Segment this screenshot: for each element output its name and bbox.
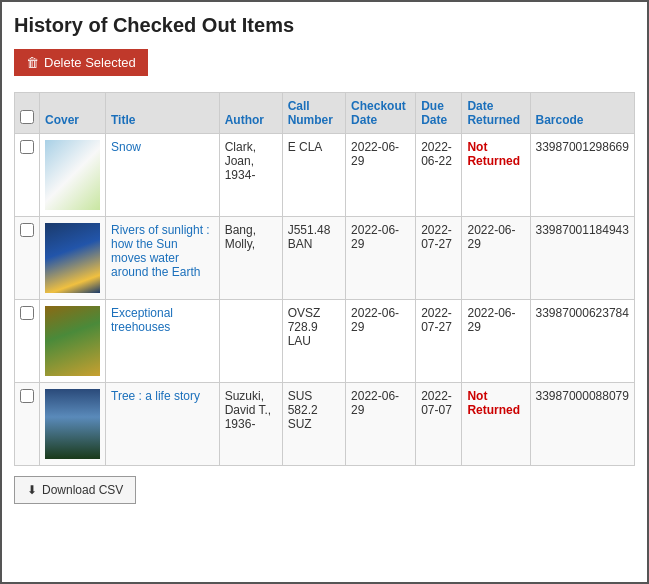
table-row: SnowClark, Joan, 1934-E CLA2022-06-29202… bbox=[15, 134, 635, 217]
checkout-date-cell: 2022-06-29 bbox=[346, 383, 416, 466]
col-title: Title bbox=[106, 93, 220, 134]
row-checkbox[interactable] bbox=[20, 306, 34, 320]
call-number-cell: SUS 582.2 SUZ bbox=[282, 383, 345, 466]
table-row: Tree : a life storySuzuki, David T., 193… bbox=[15, 383, 635, 466]
book-cover bbox=[45, 306, 100, 376]
not-returned-label: Not Returned bbox=[467, 389, 520, 417]
cover-cell bbox=[40, 300, 106, 383]
row-checkbox[interactable] bbox=[20, 223, 34, 237]
cover-cell bbox=[40, 134, 106, 217]
table-row: Rivers of sunlight : how the Sun moves w… bbox=[15, 217, 635, 300]
title-cell: Tree : a life story bbox=[106, 383, 220, 466]
cover-cell bbox=[40, 217, 106, 300]
cover-cell bbox=[40, 383, 106, 466]
page-wrapper: History of Checked Out Items 🗑 Delete Se… bbox=[0, 0, 649, 584]
trash-icon: 🗑 bbox=[26, 55, 39, 70]
col-barcode: Barcode bbox=[530, 93, 634, 134]
author-cell bbox=[219, 300, 282, 383]
date-returned-cell: Not Returned bbox=[462, 383, 530, 466]
date-returned-cell: 2022-06-29 bbox=[462, 217, 530, 300]
book-cover bbox=[45, 389, 100, 459]
checkout-date-cell: 2022-06-29 bbox=[346, 217, 416, 300]
barcode-cell: 33987001298669 bbox=[530, 134, 634, 217]
download-icon: ⬇ bbox=[27, 483, 37, 497]
title-cell: Snow bbox=[106, 134, 220, 217]
author-cell: Suzuki, David T., 1936- bbox=[219, 383, 282, 466]
page-title: History of Checked Out Items bbox=[14, 14, 635, 37]
title-link[interactable]: Tree : a life story bbox=[111, 389, 200, 403]
download-csv-button[interactable]: ⬇ Download CSV bbox=[14, 476, 136, 504]
col-author: Author bbox=[219, 93, 282, 134]
title-link[interactable]: Rivers of sunlight : how the Sun moves w… bbox=[111, 223, 210, 279]
download-csv-label: Download CSV bbox=[42, 483, 123, 497]
due-date-cell: 2022-07-07 bbox=[416, 383, 462, 466]
due-date-cell: 2022-06-22 bbox=[416, 134, 462, 217]
row-checkbox-cell bbox=[15, 300, 40, 383]
barcode-cell: 33987000088079 bbox=[530, 383, 634, 466]
author-cell: Clark, Joan, 1934- bbox=[219, 134, 282, 217]
call-number-cell: OVSZ 728.9 LAU bbox=[282, 300, 345, 383]
not-returned-label: Not Returned bbox=[467, 140, 520, 168]
barcode-cell: 33987001184943 bbox=[530, 217, 634, 300]
checkout-date-cell: 2022-06-29 bbox=[346, 134, 416, 217]
checkout-date-cell: 2022-06-29 bbox=[346, 300, 416, 383]
col-call-number: Call Number bbox=[282, 93, 345, 134]
date-returned-cell: Not Returned bbox=[462, 134, 530, 217]
row-checkbox[interactable] bbox=[20, 389, 34, 403]
barcode-cell: 33987000623784 bbox=[530, 300, 634, 383]
select-all-header bbox=[15, 93, 40, 134]
book-cover bbox=[45, 223, 100, 293]
due-date-cell: 2022-07-27 bbox=[416, 217, 462, 300]
table-row: Exceptional treehousesOVSZ 728.9 LAU2022… bbox=[15, 300, 635, 383]
author-cell: Bang, Molly, bbox=[219, 217, 282, 300]
title-cell: Rivers of sunlight : how the Sun moves w… bbox=[106, 217, 220, 300]
book-cover bbox=[45, 140, 100, 210]
row-checkbox[interactable] bbox=[20, 140, 34, 154]
checkout-history-table: Cover Title Author Call Number Checkout … bbox=[14, 92, 635, 466]
title-cell: Exceptional treehouses bbox=[106, 300, 220, 383]
call-number-cell: E CLA bbox=[282, 134, 345, 217]
delete-selected-button[interactable]: 🗑 Delete Selected bbox=[14, 49, 148, 76]
title-link[interactable]: Snow bbox=[111, 140, 141, 154]
col-checkout-date: Checkout Date bbox=[346, 93, 416, 134]
date-returned-cell: 2022-06-29 bbox=[462, 300, 530, 383]
col-cover: Cover bbox=[40, 93, 106, 134]
row-checkbox-cell bbox=[15, 217, 40, 300]
row-checkbox-cell bbox=[15, 383, 40, 466]
call-number-cell: J551.48 BAN bbox=[282, 217, 345, 300]
col-due-date: Due Date bbox=[416, 93, 462, 134]
delete-button-label: Delete Selected bbox=[44, 55, 136, 70]
title-link[interactable]: Exceptional treehouses bbox=[111, 306, 173, 334]
due-date-cell: 2022-07-27 bbox=[416, 300, 462, 383]
col-date-returned: Date Returned bbox=[462, 93, 530, 134]
select-all-checkbox[interactable] bbox=[20, 110, 34, 124]
row-checkbox-cell bbox=[15, 134, 40, 217]
footer-bar: ⬇ Download CSV bbox=[14, 476, 635, 504]
